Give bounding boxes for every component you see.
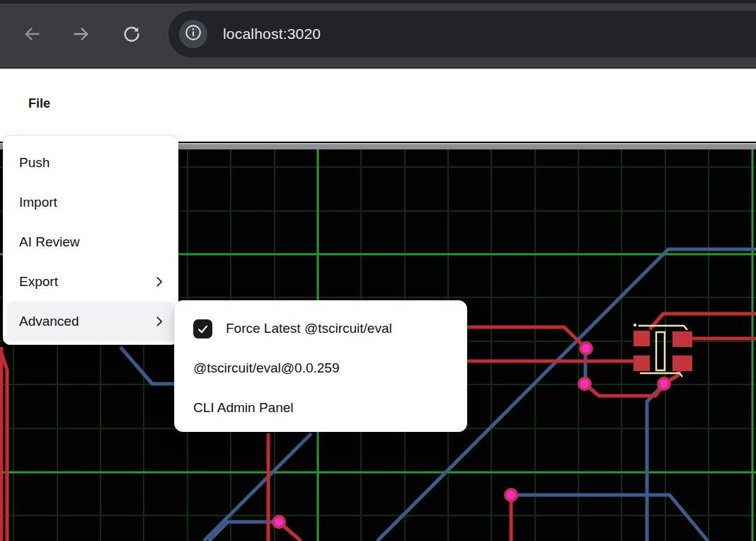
- address-bar[interactable]: localhost:3020: [168, 11, 756, 57]
- submenu-item-label: @tscircuit/eval@0.0.259: [193, 360, 340, 376]
- menu-item-label: Export: [19, 274, 58, 290]
- menu-item-import[interactable]: Import: [7, 183, 174, 222]
- menu-item-label: Import: [19, 195, 57, 210]
- checkbox-checked-icon[interactable]: [193, 319, 212, 338]
- menu-item-label: Push: [19, 155, 50, 171]
- window-top-strip: [0, 0, 756, 4]
- menubar-item-file[interactable]: File: [28, 96, 50, 111]
- forward-button[interactable]: [71, 24, 91, 44]
- submenu-item-label: CLI Admin Panel: [193, 400, 294, 416]
- chevron-right-icon: [151, 314, 167, 329]
- forward-arrow-icon: [71, 24, 91, 44]
- menu-item-push[interactable]: Push: [7, 143, 174, 183]
- site-info-button[interactable]: [179, 20, 207, 48]
- reload-icon: [122, 24, 142, 44]
- submenu-item-force-latest[interactable]: Force Latest @tscircuit/eval: [179, 309, 462, 348]
- url-text[interactable]: localhost:3020: [223, 11, 321, 57]
- menu-item-ai-review[interactable]: AI Review: [7, 222, 174, 262]
- reload-button[interactable]: [122, 24, 142, 44]
- browser-toolbar: localhost:3020: [0, 0, 756, 69]
- submenu-item-eval-version[interactable]: @tscircuit/eval@0.0.259: [179, 348, 462, 388]
- menu-item-label: AI Review: [19, 234, 80, 250]
- menu-item-advanced[interactable]: Advanced: [7, 302, 174, 341]
- submenu-item-cli-admin-panel[interactable]: CLI Admin Panel: [179, 388, 462, 428]
- file-dropdown-menu: Push Import AI Review Export Advanced: [3, 135, 178, 345]
- chevron-right-icon: [151, 274, 167, 290]
- menu-item-label: Advanced: [19, 314, 79, 329]
- back-arrow-icon: [22, 24, 42, 44]
- info-icon: [184, 23, 202, 45]
- submenu-item-label: Force Latest @tscircuit/eval: [226, 321, 392, 336]
- menu-item-export[interactable]: Export: [7, 262, 174, 302]
- back-button[interactable]: [22, 24, 42, 44]
- advanced-submenu: Force Latest @tscircuit/eval @tscircuit/…: [174, 300, 467, 432]
